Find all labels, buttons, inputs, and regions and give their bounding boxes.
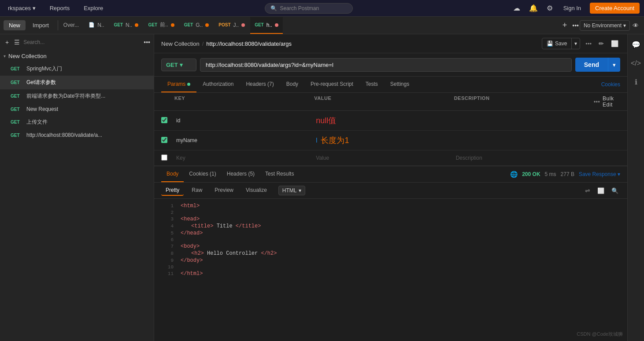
tab-get2[interactable]: GET 前.. xyxy=(144,17,178,34)
param-checkbox-empty[interactable] xyxy=(161,154,167,161)
sidebar-more-button[interactable]: ••• xyxy=(144,39,150,46)
tab-get4[interactable]: GET h.. xyxy=(250,17,283,34)
save-response-chevron-icon: ▾ xyxy=(618,171,620,177)
tab-overview[interactable]: Over... xyxy=(59,17,83,34)
environment-selector[interactable]: No Environment ▾ xyxy=(580,20,630,31)
tab-settings[interactable]: Settings xyxy=(384,77,415,92)
wrap-lines-icon[interactable]: ⇌ xyxy=(583,185,592,196)
tab-body[interactable]: Body xyxy=(280,77,304,92)
param-checkbox-id[interactable] xyxy=(161,117,167,123)
search-label: Search Postman xyxy=(280,5,319,11)
code-content-3: <head> xyxy=(181,216,200,222)
param-value-id[interactable]: null值 xyxy=(314,114,454,128)
search-response-icon[interactable]: 🔍 xyxy=(610,186,620,196)
code-line-10: 10 xyxy=(154,264,627,270)
param-desc-id[interactable] xyxy=(454,119,594,122)
url-input[interactable] xyxy=(200,58,572,72)
tab-more-button[interactable]: ••• xyxy=(572,22,579,29)
line-num-9: 9 xyxy=(161,258,174,263)
tab-get1[interactable]: GET N.. xyxy=(110,17,143,34)
send-dropdown-button[interactable]: ▾ xyxy=(608,58,620,72)
search-box[interactable]: 🔍 Search Postman xyxy=(265,3,353,14)
line-num-5: 5 xyxy=(161,231,174,236)
item-name-upload: 上传文件 xyxy=(26,118,150,126)
param-key-myname[interactable]: myName xyxy=(174,136,314,145)
format-tab-visualize[interactable]: Visualize xyxy=(241,185,271,196)
tab-dot-post1 xyxy=(241,23,245,27)
send-button[interactable]: Send xyxy=(575,58,608,72)
params-section: KEY VALUE DESCRIPTION ••• Bulk Edit id n… xyxy=(154,93,627,166)
format-tab-pretty[interactable]: Pretty xyxy=(161,185,184,196)
sidebar-item-new-request[interactable]: GET New Request xyxy=(0,103,154,115)
bell-icon[interactable]: 🔔 xyxy=(527,2,540,14)
new-button[interactable]: New xyxy=(4,20,26,30)
method-label-get4: GET xyxy=(255,22,264,27)
params-dot xyxy=(187,83,190,86)
collection-header[interactable]: ▾ New Collection xyxy=(0,50,154,62)
params-more-icon[interactable]: ••• xyxy=(594,99,600,105)
gear-icon[interactable]: ⚙ xyxy=(545,2,555,14)
sidebar-item-localhost[interactable]: GET http://localhost:8080/validate/a... xyxy=(0,129,154,141)
sidebar-search-input[interactable] xyxy=(23,39,142,45)
params-table-header: KEY VALUE DESCRIPTION ••• Bulk Edit xyxy=(154,93,627,111)
breadcrumb-more-button[interactable]: ••• xyxy=(584,39,593,49)
save-button[interactable]: 💾 Save xyxy=(542,38,571,49)
sidebar-item-date[interactable]: GET 前端请求参数为Date字符串类型... xyxy=(0,89,154,103)
code-content-7: <body> xyxy=(181,243,200,249)
create-account-button[interactable]: Create Account xyxy=(590,3,640,14)
resp-tab-test-results[interactable]: Test Results xyxy=(260,166,299,182)
code-line-1: 1 <html> xyxy=(154,202,627,209)
sidebar-list-icon[interactable]: ☰ xyxy=(12,37,22,48)
tab-file[interactable]: 📄 N.. xyxy=(84,17,108,34)
bulk-edit-button[interactable]: Bulk Edit xyxy=(603,95,620,108)
tab-post1[interactable]: POST J.. xyxy=(214,17,249,34)
param-value-empty[interactable]: Value xyxy=(314,153,454,163)
format-tab-raw[interactable]: Raw xyxy=(187,185,207,196)
tab-authorization[interactable]: Authorization xyxy=(196,77,240,92)
format-selector[interactable]: HTML ▾ xyxy=(278,186,305,195)
request-line: GET ▾ Send ▾ xyxy=(154,53,627,77)
tab-params[interactable]: Params xyxy=(161,77,196,92)
method-selector[interactable]: GET ▾ xyxy=(161,59,196,71)
explore-nav[interactable]: Explore xyxy=(80,3,107,13)
param-checkbox-myname[interactable] xyxy=(161,137,167,143)
add-tab-button[interactable]: + xyxy=(561,21,569,30)
format-tab-preview[interactable]: Preview xyxy=(210,185,238,196)
cookies-link[interactable]: Cookies xyxy=(601,77,620,92)
workspaces-menu[interactable]: rkspaces ▾ xyxy=(4,3,39,13)
comment-icon[interactable]: 💬 xyxy=(629,38,643,51)
save-dropdown-button[interactable]: ▾ xyxy=(571,38,580,49)
resp-tab-headers[interactable]: Headers (5) xyxy=(222,166,260,182)
tab-dot-get2 xyxy=(171,23,174,27)
copy-icon[interactable]: ⬜ xyxy=(609,38,620,49)
header-actions: ••• Bulk Edit xyxy=(594,95,620,108)
sidebar-item-get-params[interactable]: GET Get请求参数 ••• xyxy=(0,76,154,89)
import-button[interactable]: Import xyxy=(27,20,54,30)
param-key-empty[interactable]: Key xyxy=(174,153,314,163)
resp-tab-body[interactable]: Body xyxy=(161,166,184,182)
save-response-button[interactable]: Save Response ▾ xyxy=(579,171,620,177)
code-icon[interactable]: </> xyxy=(628,57,644,70)
content-area: New Collection / http://localhost:8080/v… xyxy=(154,34,627,341)
reports-nav[interactable]: Reports xyxy=(46,3,74,13)
sidebar-add-button[interactable]: + xyxy=(4,37,11,48)
param-value-myname[interactable]: l 长度为1 xyxy=(314,133,454,147)
param-desc-myname[interactable] xyxy=(454,139,594,142)
edit-icon[interactable]: ✏ xyxy=(597,38,606,49)
cloud-icon[interactable]: ☁ xyxy=(511,2,522,14)
param-desc-empty[interactable]: Description xyxy=(454,153,594,163)
eye-icon[interactable]: 👁 xyxy=(631,20,640,31)
copy-response-icon[interactable]: ⬜ xyxy=(596,186,606,196)
tab-pre-request-script[interactable]: Pre-request Script xyxy=(304,77,359,92)
tab-tests[interactable]: Tests xyxy=(359,77,384,92)
info-icon[interactable]: ℹ xyxy=(632,75,640,89)
breadcrumb-collection[interactable]: New Collection xyxy=(161,40,200,47)
tab-get3[interactable]: GET G.. xyxy=(180,17,214,34)
sign-in-button[interactable]: Sign In xyxy=(560,3,585,13)
sidebar-item-springmvc[interactable]: GET SpringMvc入门 xyxy=(0,62,154,76)
param-key-id[interactable]: id xyxy=(174,116,314,125)
tab-get1-label: N.. xyxy=(126,22,132,28)
resp-tab-cookies[interactable]: Cookies (1) xyxy=(184,166,221,182)
sidebar-item-upload[interactable]: GET 上传文件 xyxy=(0,115,154,129)
tab-headers[interactable]: Headers (7) xyxy=(240,77,280,92)
